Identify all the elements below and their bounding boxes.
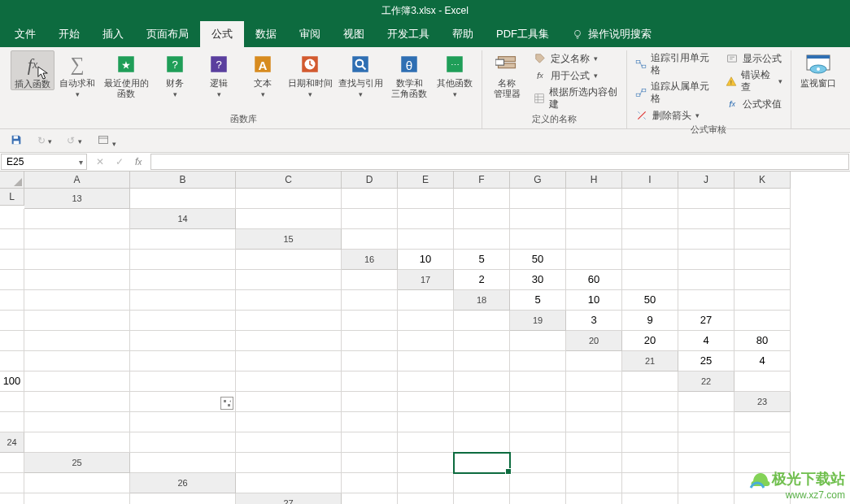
- cell[interactable]: [342, 412, 398, 432]
- cell[interactable]: [566, 351, 622, 371]
- cell[interactable]: 80: [734, 331, 791, 351]
- cell[interactable]: [454, 189, 510, 209]
- lookup-button[interactable]: 查找与引用▾: [336, 50, 385, 100]
- cell[interactable]: [734, 189, 791, 209]
- create-from-selection-button[interactable]: 根据所选内容创建: [530, 85, 621, 112]
- cell[interactable]: [734, 270, 791, 290]
- row-header[interactable]: 21: [622, 351, 678, 371]
- cell[interactable]: [678, 189, 734, 209]
- cell[interactable]: [24, 371, 130, 392]
- cell[interactable]: [678, 270, 734, 290]
- cell[interactable]: [734, 311, 791, 331]
- cell[interactable]: [454, 473, 510, 493]
- cell[interactable]: [0, 351, 24, 371]
- cell[interactable]: [678, 250, 734, 270]
- cell[interactable]: [398, 229, 454, 250]
- cell[interactable]: [678, 493, 734, 504]
- tab-dev[interactable]: 开发工具: [376, 21, 441, 47]
- cell[interactable]: 10: [398, 250, 454, 270]
- cell[interactable]: 5: [454, 250, 510, 270]
- tab-tellme[interactable]: 操作说明搜索: [560, 21, 663, 47]
- cell[interactable]: [454, 432, 510, 453]
- cell[interactable]: [0, 311, 24, 331]
- row-header[interactable]: 18: [454, 290, 510, 311]
- cell[interactable]: [398, 189, 454, 209]
- cell[interactable]: [678, 229, 734, 250]
- cell[interactable]: [130, 432, 236, 453]
- cell[interactable]: [622, 209, 678, 229]
- cell[interactable]: [342, 371, 398, 392]
- cell[interactable]: 3: [566, 311, 622, 331]
- tab-review[interactable]: 审阅: [288, 21, 332, 47]
- cell[interactable]: [24, 311, 130, 331]
- show-formulas-button[interactable]: 显示公式: [722, 50, 786, 67]
- row-header[interactable]: 24: [0, 432, 24, 453]
- cell[interactable]: [130, 290, 236, 311]
- cell[interactable]: [454, 311, 510, 331]
- row-header[interactable]: 16: [342, 250, 398, 270]
- financial-button[interactable]: ? 财务▾: [154, 50, 196, 100]
- save-button[interactable]: [7, 132, 26, 150]
- logical-button[interactable]: ? 逻辑▾: [198, 50, 240, 100]
- cell[interactable]: [566, 473, 622, 493]
- cell[interactable]: [130, 453, 236, 473]
- cell[interactable]: [454, 229, 510, 250]
- column-header[interactable]: E: [398, 172, 454, 189]
- cell[interactable]: [236, 331, 342, 351]
- cell[interactable]: [734, 250, 791, 270]
- cell[interactable]: [0, 270, 24, 290]
- cell[interactable]: [342, 453, 398, 473]
- cell[interactable]: [24, 493, 130, 504]
- cell[interactable]: [0, 229, 24, 250]
- cell[interactable]: [342, 331, 398, 351]
- cell[interactable]: [398, 331, 454, 351]
- cell[interactable]: [566, 371, 622, 392]
- cell[interactable]: [130, 229, 236, 250]
- cell[interactable]: [454, 412, 510, 432]
- formula-input[interactable]: [150, 154, 849, 170]
- cell[interactable]: [24, 209, 130, 229]
- cell[interactable]: [678, 209, 734, 229]
- cell[interactable]: [678, 473, 734, 493]
- cell[interactable]: 100: [0, 371, 24, 392]
- column-header[interactable]: C: [236, 172, 342, 189]
- cell[interactable]: [510, 432, 566, 453]
- cell[interactable]: [236, 371, 342, 392]
- column-header[interactable]: G: [510, 172, 566, 189]
- cell[interactable]: [566, 432, 622, 453]
- cell[interactable]: [678, 392, 734, 412]
- cell[interactable]: [510, 351, 566, 371]
- cell[interactable]: 27: [678, 311, 734, 331]
- cell[interactable]: [236, 311, 342, 331]
- column-header[interactable]: J: [678, 172, 734, 189]
- autofill-options-icon[interactable]: +: [220, 397, 233, 410]
- cell[interactable]: [734, 412, 791, 432]
- cell[interactable]: [236, 270, 342, 290]
- cell[interactable]: [0, 392, 24, 412]
- cell[interactable]: [678, 453, 734, 473]
- cell[interactable]: [622, 250, 678, 270]
- column-header[interactable]: A: [24, 172, 130, 189]
- cell[interactable]: [342, 351, 398, 371]
- cell[interactable]: [236, 250, 342, 270]
- cell[interactable]: [734, 229, 791, 250]
- cell[interactable]: [342, 392, 398, 412]
- row-header[interactable]: 26: [130, 473, 236, 493]
- cell[interactable]: [24, 250, 130, 270]
- datetime-button[interactable]: 日期和时间▾: [286, 50, 334, 100]
- name-box[interactable]: ▾: [1, 154, 87, 170]
- cell[interactable]: [0, 250, 24, 270]
- row-header[interactable]: 19: [510, 311, 566, 331]
- cell[interactable]: [130, 250, 236, 270]
- cell[interactable]: [130, 412, 236, 432]
- cell[interactable]: [510, 229, 566, 250]
- column-header[interactable]: F: [454, 172, 510, 189]
- name-box-dropdown-icon[interactable]: ▾: [79, 158, 83, 167]
- cell[interactable]: [130, 351, 236, 371]
- cell[interactable]: [622, 371, 678, 392]
- tab-layout[interactable]: 页面布局: [135, 21, 200, 47]
- cell[interactable]: [24, 270, 130, 290]
- cancel-formula-button[interactable]: ✕: [96, 156, 104, 167]
- name-box-input[interactable]: [5, 155, 65, 168]
- tab-home[interactable]: 开始: [47, 21, 91, 47]
